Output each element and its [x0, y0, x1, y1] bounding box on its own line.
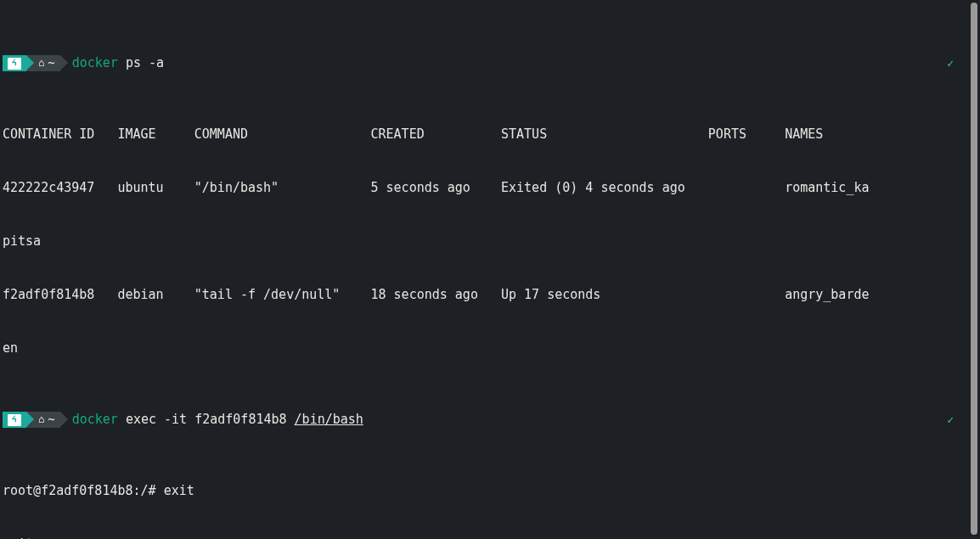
- command-args: ps -a: [118, 55, 164, 70]
- scrollbar[interactable]: [971, 3, 977, 535]
- prompt-line-2: ᔦ ⌂~ docker exec -it f2adf0f814b8 /bin/b…: [3, 411, 977, 429]
- status-ok-icon: ✓: [947, 411, 954, 429]
- status-ok-icon: ✓: [947, 54, 954, 72]
- prompt-line-1: ᔦ ⌂~ docker ps -a ✓: [3, 54, 977, 72]
- manjaro-logo-icon: ᔦ: [8, 414, 21, 426]
- table-header: CONTAINER ID IMAGE COMMAND CREATED STATU…: [3, 126, 977, 143]
- home-icon: ⌂: [38, 54, 44, 72]
- prompt-os-segment: ᔦ: [3, 55, 26, 71]
- command-text: docker ps -a: [72, 54, 164, 72]
- home-icon: ⌂: [38, 411, 44, 429]
- prompt-cwd: ~: [48, 54, 54, 72]
- command-text: docker exec -it f2adf0f814b8 /bin/bash: [72, 411, 363, 429]
- session-line: exit: [3, 536, 977, 539]
- command-args: exec -it f2adf0f814b8: [118, 412, 295, 427]
- session-line: root@f2adf0f814b8:/# exit: [3, 482, 977, 500]
- command-arg-path: /bin/bash: [295, 412, 363, 427]
- table-row: 422222c43947 ubuntu "/bin/bash" 5 second…: [3, 179, 977, 197]
- table-row-wrap: en: [3, 340, 977, 357]
- command-keyword: docker: [72, 412, 118, 427]
- table-row: f2adf0f814b8 debian "tail -f /dev/null" …: [3, 286, 977, 304]
- manjaro-logo-icon: ᔦ: [8, 58, 21, 70]
- terminal-output[interactable]: ᔦ ⌂~ docker ps -a ✓ CONTAINER ID IMAGE C…: [3, 1, 977, 539]
- prompt-cwd: ~: [48, 411, 54, 429]
- prompt-os-segment: ᔦ: [3, 412, 26, 428]
- table-row-wrap: pitsa: [3, 233, 977, 250]
- command-keyword: docker: [72, 55, 118, 70]
